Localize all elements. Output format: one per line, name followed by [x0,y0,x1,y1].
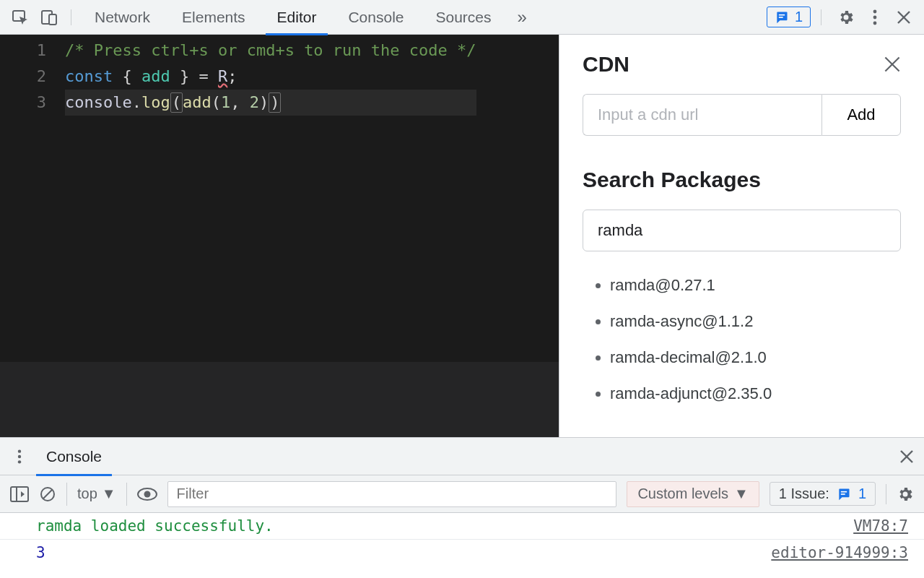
package-result[interactable]: ramda-async@1.1.2 [610,303,901,340]
cdn-side-panel: CDN Add Search Packages ramda@0.27.1 ram… [559,35,924,437]
svg-rect-3 [779,14,785,15]
drawer-tab-console[interactable]: Console [36,438,112,475]
tab-label: Editor [277,9,317,26]
editor-pane: 1 2 3 /* Press ctrl+s or cmd+s to run th… [0,35,559,437]
console-filter-input[interactable] [167,481,617,507]
settings-icon[interactable] [832,3,860,32]
tab-label: Console [348,9,404,26]
tab-label: Elements [182,9,245,26]
line-number: 2 [0,64,46,90]
main-split: 1 2 3 /* Press ctrl+s or cmd+s to run th… [0,35,924,437]
code-area[interactable]: 1 2 3 /* Press ctrl+s or cmd+s to run th… [0,35,559,362]
console-sidebar-toggle-icon[interactable] [10,486,29,502]
package-search-input[interactable] [583,210,901,251]
svg-marker-19 [21,491,25,497]
cdn-heading: CDN [583,52,629,77]
line-gutter: 1 2 3 [0,38,65,362]
svg-point-5 [873,9,877,13]
console-message: ramda loaded successfully. [36,517,274,535]
console-row: 3 editor-914999:3 [0,539,924,566]
tab-label: Network [95,9,150,26]
code-lines: /* Press ctrl+s or cmd+s to run the code… [65,38,476,362]
tab-network[interactable]: Network [79,0,166,35]
tab-elements[interactable]: Elements [166,0,261,35]
device-toolbar-icon[interactable] [35,3,64,32]
svg-rect-2 [49,14,56,25]
kebab-menu-icon[interactable] [860,3,889,32]
svg-rect-25 [841,493,845,495]
tab-editor[interactable]: Editor [261,0,333,35]
drawer-tab-strip: Console [0,438,924,475]
code-line: console.log(add(1, 2)) [65,90,476,116]
cdn-url-input[interactable] [583,94,821,136]
console-log: ramda loaded successfully. VM78:7 3 edit… [0,513,924,578]
close-drawer-icon[interactable] [899,449,914,464]
svg-rect-17 [11,487,28,501]
console-source-link[interactable]: VM78:7 [853,517,908,535]
more-tabs-icon[interactable]: » [507,7,537,27]
tab-label: Sources [436,9,492,26]
inspect-element-icon[interactable] [6,3,35,32]
separator [71,9,71,25]
console-drawer: Console top ▼ Custom levels ▼ 1 Issue: 1 [0,437,924,578]
close-devtools-icon[interactable] [889,3,918,32]
code-line: const { add } = R; [65,64,476,90]
console-row: ramda loaded successfully. VM78:7 [0,513,924,539]
svg-rect-24 [841,491,847,492]
package-result[interactable]: ramda-decimal@2.1.0 [610,340,901,376]
package-result[interactable]: ramda-adjunct@2.35.0 [610,376,901,412]
chevron-down-icon: ▼ [102,486,116,502]
chevron-down-icon: ▼ [734,486,749,502]
svg-point-23 [144,491,150,497]
devtools-tab-strip: Network Elements Editor Console Sources … [0,0,924,35]
issues-count: 1 [795,9,803,25]
svg-point-13 [18,454,21,457]
package-result[interactable]: ramda@0.27.1 [610,267,901,303]
drawer-menu-icon[interactable] [10,449,29,465]
chat-icon [837,487,851,501]
close-panel-icon[interactable] [884,56,901,73]
svg-point-14 [18,460,21,463]
live-expression-icon[interactable] [137,487,157,501]
tab-sources[interactable]: Sources [420,0,507,35]
line-number: 3 [0,90,46,116]
clear-console-icon[interactable] [39,486,56,503]
console-message: 3 [36,544,45,561]
line-number: 1 [0,38,46,64]
execution-context-select[interactable]: top ▼ [66,483,127,506]
svg-point-12 [18,449,21,452]
search-packages-heading: Search Packages [583,168,901,192]
log-levels-select[interactable]: Custom levels ▼ [627,481,759,507]
console-source-link[interactable]: editor-914999:3 [771,544,908,561]
console-issues-button[interactable]: 1 Issue: 1 [770,482,876,506]
separator [821,9,821,25]
svg-point-7 [873,21,877,25]
console-settings-icon[interactable] [897,486,914,503]
svg-point-6 [873,15,877,19]
cdn-input-row: Add [583,94,901,136]
issues-indicator[interactable]: 1 [767,7,811,27]
console-toolbar: top ▼ Custom levels ▼ 1 Issue: 1 [0,475,924,513]
svg-line-21 [43,490,52,499]
code-line: /* Press ctrl+s or cmd+s to run the code… [65,38,476,64]
svg-rect-4 [779,17,783,18]
separator [886,484,886,504]
cdn-add-button[interactable]: Add [821,94,901,136]
package-results-list: ramda@0.27.1 ramda-async@1.1.2 ramda-dec… [610,267,901,412]
editor-footer [0,362,559,437]
side-panel-header: CDN [583,52,901,77]
chat-icon [775,10,789,25]
tab-console[interactable]: Console [332,0,419,35]
